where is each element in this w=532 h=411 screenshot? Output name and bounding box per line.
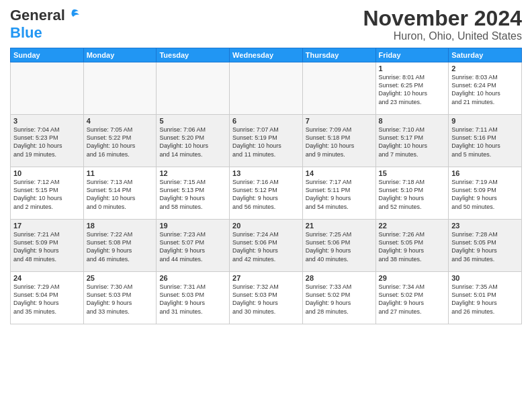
logo-general: General xyxy=(10,7,65,24)
calendar-day-cell: 7Sunrise: 7:09 AM Sunset: 5:18 PM Daylig… xyxy=(302,115,375,167)
day-info: Sunrise: 7:21 AM Sunset: 5:09 PM Dayligh… xyxy=(13,230,81,263)
day-info: Sunrise: 7:17 AM Sunset: 5:11 PM Dayligh… xyxy=(306,178,373,211)
day-number: 14 xyxy=(306,169,373,177)
logo-wrapper: General xyxy=(10,7,80,24)
month-title: November 2024 xyxy=(363,7,522,30)
calendar-day-cell: 26Sunrise: 7:31 AM Sunset: 5:03 PM Dayli… xyxy=(157,272,230,324)
day-info: Sunrise: 7:29 AM Sunset: 5:04 PM Dayligh… xyxy=(13,283,81,316)
logo: General Blue xyxy=(10,7,80,42)
calendar-body: 1Sunrise: 8:01 AM Sunset: 6:25 PM Daylig… xyxy=(11,62,522,324)
day-info: Sunrise: 7:07 AM Sunset: 5:19 PM Dayligh… xyxy=(232,126,300,158)
calendar-day-cell: 17Sunrise: 7:21 AM Sunset: 5:09 PM Dayli… xyxy=(11,220,84,272)
calendar-day-cell: 4Sunrise: 7:05 AM Sunset: 5:22 PM Daylig… xyxy=(83,115,157,167)
day-number: 12 xyxy=(159,169,226,177)
calendar-day-cell: 18Sunrise: 7:22 AM Sunset: 5:08 PM Dayli… xyxy=(83,220,157,272)
day-number: 1 xyxy=(379,64,446,73)
day-info: Sunrise: 7:24 AM Sunset: 5:06 PM Dayligh… xyxy=(232,230,300,263)
calendar-day-cell xyxy=(230,62,303,115)
calendar-day-cell: 12Sunrise: 7:15 AM Sunset: 5:13 PM Dayli… xyxy=(157,167,230,220)
day-info: Sunrise: 7:25 AM Sunset: 5:06 PM Dayligh… xyxy=(306,230,373,263)
calendar-week-row: 17Sunrise: 7:21 AM Sunset: 5:09 PM Dayli… xyxy=(11,220,522,272)
day-number: 5 xyxy=(159,117,226,125)
page-header: General Blue November 2024 Huron, Ohio, … xyxy=(10,7,522,42)
day-info: Sunrise: 7:16 AM Sunset: 5:12 PM Dayligh… xyxy=(232,178,300,211)
calendar-day-cell: 6Sunrise: 7:07 AM Sunset: 5:19 PM Daylig… xyxy=(230,115,303,167)
calendar-day-cell: 29Sunrise: 7:34 AM Sunset: 5:02 PM Dayli… xyxy=(375,272,449,324)
day-number: 17 xyxy=(13,222,81,230)
day-info: Sunrise: 7:09 AM Sunset: 5:18 PM Dayligh… xyxy=(306,126,373,158)
day-number: 25 xyxy=(87,274,154,282)
day-number: 24 xyxy=(13,274,81,282)
calendar-day-cell: 10Sunrise: 7:12 AM Sunset: 5:15 PM Dayli… xyxy=(11,167,84,220)
calendar-day-cell: 15Sunrise: 7:18 AM Sunset: 5:10 PM Dayli… xyxy=(375,167,449,220)
calendar-day-cell xyxy=(157,62,230,115)
calendar-day-cell xyxy=(11,62,84,115)
day-number: 9 xyxy=(451,117,519,125)
header-monday: Monday xyxy=(83,48,157,62)
header-thursday: Thursday xyxy=(302,48,375,62)
day-info: Sunrise: 7:31 AM Sunset: 5:03 PM Dayligh… xyxy=(159,283,226,316)
calendar-week-row: 1Sunrise: 8:01 AM Sunset: 6:25 PM Daylig… xyxy=(11,62,522,115)
day-info: Sunrise: 7:23 AM Sunset: 5:07 PM Dayligh… xyxy=(159,230,226,263)
day-info: Sunrise: 8:01 AM Sunset: 6:25 PM Dayligh… xyxy=(379,73,446,106)
day-info: Sunrise: 7:05 AM Sunset: 5:22 PM Dayligh… xyxy=(87,126,154,158)
logo-blue: Blue xyxy=(10,24,42,42)
day-number: 20 xyxy=(232,222,300,230)
day-info: Sunrise: 7:26 AM Sunset: 5:05 PM Dayligh… xyxy=(379,230,446,263)
day-number: 2 xyxy=(451,64,519,73)
day-info: Sunrise: 7:12 AM Sunset: 5:15 PM Dayligh… xyxy=(13,178,81,211)
calendar-day-cell: 8Sunrise: 7:10 AM Sunset: 5:17 PM Daylig… xyxy=(375,115,449,167)
day-number: 11 xyxy=(87,169,154,177)
day-info: Sunrise: 8:03 AM Sunset: 6:24 PM Dayligh… xyxy=(451,73,519,106)
day-info: Sunrise: 7:06 AM Sunset: 5:20 PM Dayligh… xyxy=(159,126,226,158)
day-info: Sunrise: 7:15 AM Sunset: 5:13 PM Dayligh… xyxy=(159,178,226,211)
calendar-day-cell: 22Sunrise: 7:26 AM Sunset: 5:05 PM Dayli… xyxy=(375,220,449,272)
header-sunday: Sunday xyxy=(11,48,84,62)
calendar-day-cell: 30Sunrise: 7:35 AM Sunset: 5:01 PM Dayli… xyxy=(449,272,522,324)
day-number: 30 xyxy=(451,274,519,282)
day-info: Sunrise: 7:35 AM Sunset: 5:01 PM Dayligh… xyxy=(451,283,519,316)
day-info: Sunrise: 7:19 AM Sunset: 5:09 PM Dayligh… xyxy=(451,178,519,211)
day-number: 18 xyxy=(87,222,154,230)
calendar-week-row: 10Sunrise: 7:12 AM Sunset: 5:15 PM Dayli… xyxy=(11,167,522,220)
day-number: 26 xyxy=(159,274,226,282)
day-number: 23 xyxy=(451,222,519,230)
day-info: Sunrise: 7:18 AM Sunset: 5:10 PM Dayligh… xyxy=(379,178,446,211)
calendar-day-cell: 5Sunrise: 7:06 AM Sunset: 5:20 PM Daylig… xyxy=(157,115,230,167)
day-number: 4 xyxy=(87,117,154,125)
calendar-table: Sunday Monday Tuesday Wednesday Thursday… xyxy=(10,48,522,324)
day-number: 7 xyxy=(306,117,373,125)
calendar-day-cell: 19Sunrise: 7:23 AM Sunset: 5:07 PM Dayli… xyxy=(157,220,230,272)
calendar-day-cell: 1Sunrise: 8:01 AM Sunset: 6:25 PM Daylig… xyxy=(375,62,449,115)
day-number: 28 xyxy=(306,274,373,282)
calendar-day-cell: 2Sunrise: 8:03 AM Sunset: 6:24 PM Daylig… xyxy=(449,62,522,115)
header-wednesday: Wednesday xyxy=(230,48,303,62)
calendar-day-cell: 25Sunrise: 7:30 AM Sunset: 5:03 PM Dayli… xyxy=(83,272,157,324)
calendar-day-cell: 27Sunrise: 7:32 AM Sunset: 5:03 PM Dayli… xyxy=(230,272,303,324)
location: Huron, Ohio, United States xyxy=(363,30,522,42)
day-info: Sunrise: 7:10 AM Sunset: 5:17 PM Dayligh… xyxy=(379,126,446,158)
day-number: 29 xyxy=(379,274,446,282)
day-number: 19 xyxy=(159,222,226,230)
calendar-day-cell: 16Sunrise: 7:19 AM Sunset: 5:09 PM Dayli… xyxy=(449,167,522,220)
calendar-header-row: Sunday Monday Tuesday Wednesday Thursday… xyxy=(11,48,522,62)
day-info: Sunrise: 7:13 AM Sunset: 5:14 PM Dayligh… xyxy=(87,178,154,211)
day-number: 16 xyxy=(451,169,519,177)
day-number: 6 xyxy=(232,117,300,125)
calendar-week-row: 3Sunrise: 7:04 AM Sunset: 5:23 PM Daylig… xyxy=(11,115,522,167)
calendar-day-cell: 13Sunrise: 7:16 AM Sunset: 5:12 PM Dayli… xyxy=(230,167,303,220)
header-tuesday: Tuesday xyxy=(157,48,230,62)
calendar-day-cell: 20Sunrise: 7:24 AM Sunset: 5:06 PM Dayli… xyxy=(230,220,303,272)
calendar-day-cell xyxy=(83,62,157,115)
calendar-day-cell xyxy=(302,62,375,115)
header-friday: Friday xyxy=(375,48,449,62)
day-number: 22 xyxy=(379,222,446,230)
logo-bird-icon xyxy=(65,9,80,22)
day-number: 27 xyxy=(232,274,300,282)
calendar-day-cell: 24Sunrise: 7:29 AM Sunset: 5:04 PM Dayli… xyxy=(11,272,84,324)
calendar-day-cell: 3Sunrise: 7:04 AM Sunset: 5:23 PM Daylig… xyxy=(11,115,84,167)
header-saturday: Saturday xyxy=(449,48,522,62)
title-section: November 2024 Huron, Ohio, United States xyxy=(363,7,522,42)
day-number: 8 xyxy=(379,117,446,125)
day-info: Sunrise: 7:22 AM Sunset: 5:08 PM Dayligh… xyxy=(87,230,154,263)
